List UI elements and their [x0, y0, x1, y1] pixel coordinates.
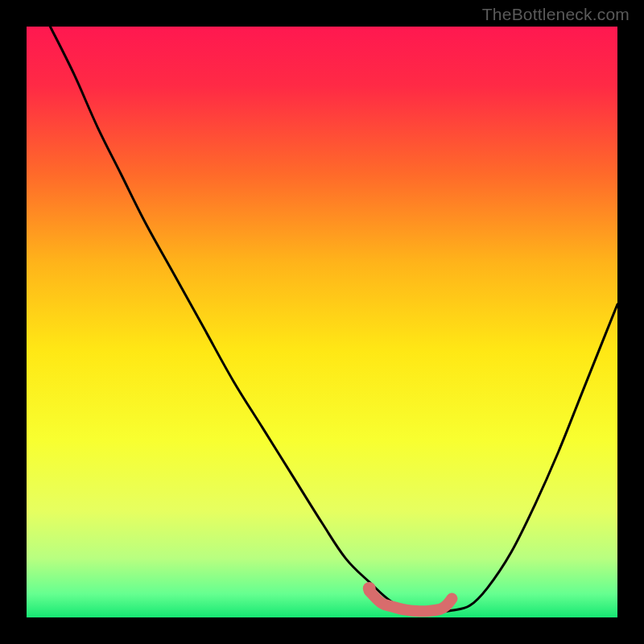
- watermark-text: TheBottleneck.com: [482, 5, 630, 24]
- chart-container: TheBottleneck.com: [0, 0, 644, 644]
- bottleneck-curve: [50, 27, 617, 613]
- optimal-start-dot: [363, 582, 376, 595]
- curve-layer: [27, 27, 617, 617]
- plot-area: [27, 27, 617, 617]
